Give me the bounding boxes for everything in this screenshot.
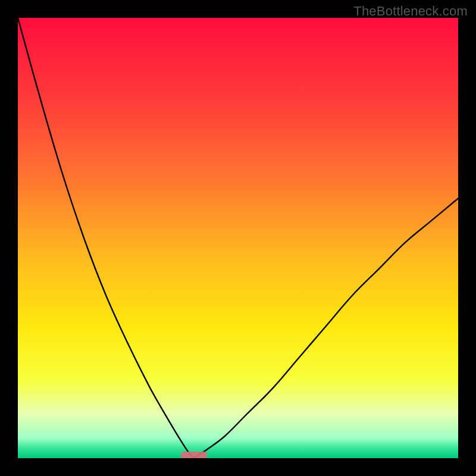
bottleneck-marker — [181, 452, 207, 458]
watermark-label: TheBottleneck.com — [353, 4, 468, 19]
bottleneck-chart — [18, 18, 458, 458]
chart-frame: TheBottleneck.com — [0, 0, 476, 476]
